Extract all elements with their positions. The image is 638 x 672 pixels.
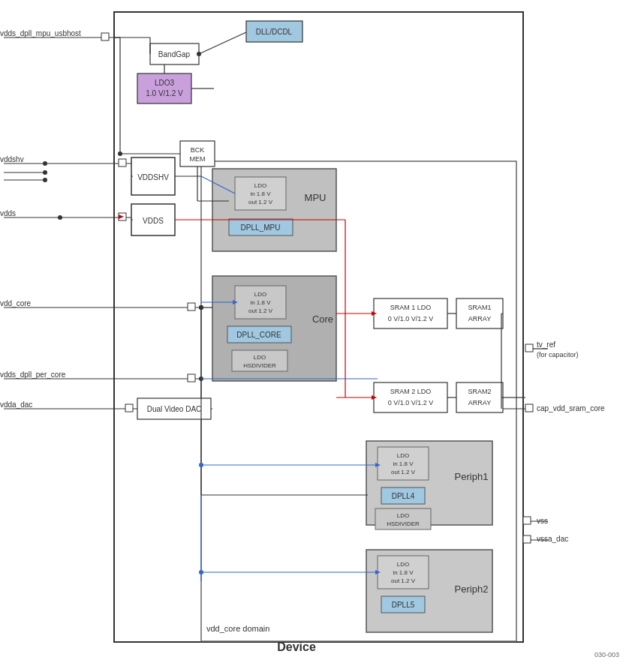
- svg-point-59: [197, 52, 201, 56]
- svg-rect-3: [101, 33, 109, 40]
- vdds-block-label: VDDS: [143, 217, 164, 225]
- ldo-periph2-out: out 1.2 V: [391, 578, 416, 584]
- sram2-ldo-voltage: 0 V/1.0 V/1.2 V: [388, 399, 434, 406]
- svg-rect-17: [188, 303, 195, 310]
- svg-point-65: [118, 152, 122, 156]
- svg-point-8: [43, 170, 47, 175]
- dpll4-label: DPLL4: [392, 492, 415, 500]
- ldo3-voltage: 1.0 V/1.2 V: [146, 89, 183, 98]
- ldo-periph1-out: out 1.2 V: [391, 469, 416, 476]
- ldo-hsdivider-core-label: LDO: [254, 354, 266, 361]
- svg-rect-47: [374, 382, 447, 412]
- ldo3-label: LDO3: [155, 79, 175, 87]
- periph1-domain-label: Periph1: [455, 471, 489, 482]
- svg-rect-46: [456, 298, 503, 328]
- dpll-core-label: DPLL_CORE: [236, 331, 281, 339]
- ldo-mpu-label: LDO: [254, 182, 266, 189]
- dual-video-dac-label: Dual Video DAC: [147, 405, 202, 413]
- ldo-core-out: out 1.2 V: [248, 308, 273, 314]
- sram1-ldo-voltage: 0 V/1.0 V/1.2 V: [388, 315, 434, 322]
- dpll-mpu-label: DPLL_MPU: [241, 224, 281, 232]
- sram1-array-label2: ARRAY: [468, 315, 491, 322]
- bandgap-label: BandGap: [158, 50, 191, 58]
- ldo-periph2-in: in 1.8 V: [393, 569, 414, 576]
- signal-vssa-dac: vssa_dac: [537, 535, 568, 543]
- svg-rect-26: [525, 404, 533, 412]
- svg-point-9: [43, 178, 47, 182]
- signal-vdds-dpll-per-core: vdds_dpll_per_core: [0, 370, 66, 379]
- signal-vdds: vdds: [0, 209, 16, 218]
- svg-rect-20: [188, 374, 195, 382]
- svg-point-7: [43, 161, 47, 166]
- signal-cap-vdd-sram-core: cap_vdd_sram_core: [537, 404, 605, 412]
- core-domain-label: Core: [312, 314, 333, 325]
- signal-tv-ref-sub: (for capacitor): [537, 351, 579, 358]
- svg-rect-10: [119, 159, 126, 166]
- svg-rect-48: [456, 382, 503, 412]
- svg-rect-45: [374, 298, 447, 328]
- vdd-core-domain-label: vdd_core domain: [206, 624, 269, 633]
- svg-rect-24: [525, 344, 533, 352]
- ldo-periph1-in: in 1.8 V: [393, 460, 414, 467]
- svg-point-12: [58, 215, 62, 220]
- ldo-periph2-label: LDO: [397, 561, 409, 568]
- svg-rect-28: [523, 517, 531, 524]
- ldo-core-label: LDO: [254, 291, 266, 298]
- svg-rect-22: [125, 404, 133, 412]
- ldo-periph1-label: LDO: [397, 452, 409, 459]
- ldo-hsdivider-per1-label: LDO: [397, 512, 409, 519]
- dll-dcdl-label: DLL/DCDL: [256, 28, 293, 36]
- svg-rect-32: [137, 74, 191, 104]
- ldo-core-in: in 1.8 V: [250, 299, 271, 306]
- svg-line-58: [199, 32, 246, 54]
- svg-rect-30: [523, 536, 531, 543]
- signal-vdda-dac: vdda_dac: [0, 400, 32, 409]
- bck-mem-label2: MEM: [190, 155, 206, 163]
- sram2-array-label: SRAM2: [468, 388, 491, 395]
- ldo-mpu-out: out 1.2 V: [248, 199, 273, 206]
- signal-vddshv: vddshv: [0, 155, 24, 164]
- diagram-container: vdd_core domain Device 030-003 vdds_dpll…: [0, 0, 638, 672]
- ldo-hsdivider-per1-sub: HSDIVIDER: [387, 520, 420, 527]
- svg-point-75: [199, 463, 203, 467]
- ldo-mpu-in: in 1.8 V: [250, 190, 271, 197]
- sram1-array-label: SRAM1: [468, 304, 491, 311]
- mpu-domain-label: MPU: [305, 192, 327, 203]
- signal-vdd-core: vdd_core: [0, 299, 32, 308]
- sram2-ldo-label: SRAM 2 LDO: [390, 388, 432, 395]
- dpll5-label: DPLL5: [392, 601, 415, 609]
- bck-mem-label: BCK: [191, 146, 205, 154]
- signal-vss: vss: [537, 517, 548, 525]
- vddshv-block-label: VDDSHV: [137, 173, 169, 182]
- doc-id: 030-003: [594, 651, 619, 658]
- signal-tv-ref: tv_ref: [537, 340, 555, 349]
- sram1-ldo-label: SRAM 1 LDO: [390, 304, 432, 311]
- ldo-hsdivider-core-sub: HSDIVIDER: [243, 362, 276, 369]
- signal-vdds-dpll-mpu-usbhost: vdds_dpll_mpu_usbhost: [0, 29, 81, 38]
- device-title: Device: [277, 640, 316, 653]
- sram2-array-label2: ARRAY: [468, 399, 491, 406]
- periph2-domain-label: Periph2: [455, 584, 489, 595]
